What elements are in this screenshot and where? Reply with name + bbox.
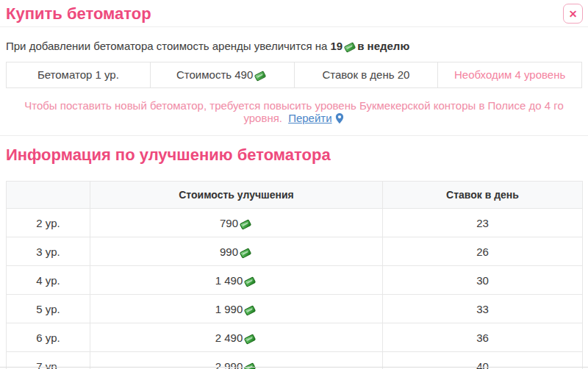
- cell-level: 2 ур.: [7, 209, 90, 237]
- goto-link[interactable]: Перейти: [288, 112, 331, 124]
- stat-required-level: Необходим 4 уровень: [437, 62, 582, 88]
- stat-betomator-level: Бетоматор 1 ур.: [6, 62, 151, 88]
- cell-bets: 30: [383, 266, 583, 295]
- stats-row: Бетоматор 1 ур. Стоимость 490 Ставок в д…: [6, 62, 582, 88]
- cell-level: 4 ур.: [7, 266, 90, 295]
- cell-bets: 36: [383, 323, 583, 352]
- rent-increase-text: При добавлении бетоматора стоимость арен…: [6, 40, 582, 52]
- cell-cost: 1 490: [90, 266, 383, 295]
- level-requirement-note: Чтобы поставить новый бетоматор, требует…: [6, 99, 582, 124]
- next-block-divider: [0, 367, 588, 368]
- money-ticket-icon: [254, 71, 267, 82]
- cell-cost: 1 990: [90, 295, 383, 323]
- section-divider: [0, 135, 588, 136]
- money-ticket-icon: [244, 276, 257, 287]
- table-row: 6 ур. 2 490 36: [7, 323, 583, 352]
- table-row: 5 ур. 1 990 33: [7, 295, 583, 323]
- cell-cost: 790: [90, 209, 383, 237]
- cell-cost: 2 490: [90, 323, 383, 352]
- cell-bets: 33: [383, 295, 583, 323]
- header-bets: Ставок в день: [383, 182, 583, 209]
- money-ticket-icon: [244, 334, 257, 345]
- rent-increase-period: в неделю: [357, 40, 409, 52]
- table-row: 4 ур. 1 490 30: [7, 266, 583, 295]
- stat-cost: Стоимость 490: [150, 62, 295, 88]
- money-ticket-icon: [240, 248, 252, 259]
- header-level: [7, 182, 90, 209]
- map-pin-icon: [334, 112, 345, 124]
- table-header-row: Стоимость улучшения Ставок в день: [7, 182, 583, 209]
- money-ticket-icon: [244, 305, 257, 316]
- close-button[interactable]: ✕: [563, 4, 583, 24]
- table-row: 2 ур. 790 23: [7, 209, 583, 237]
- cell-level: 6 ур.: [7, 323, 90, 352]
- upgrade-section-title: Информация по улучшению бетоматора: [0, 146, 588, 165]
- page-title: Купить бетоматор: [0, 0, 588, 23]
- cell-level: 5 ур.: [7, 295, 90, 323]
- buy-betomator-dialog: Купить бетоматор ✕ При добавлении бетома…: [0, 0, 588, 369]
- money-ticket-icon: [244, 362, 257, 369]
- header-cost: Стоимость улучшения: [90, 182, 383, 209]
- upgrade-table: Стоимость улучшения Ставок в день 2 ур. …: [6, 181, 583, 369]
- cell-level: 3 ур.: [7, 237, 90, 266]
- stat-bets-per-day: Ставок в день 20: [294, 62, 439, 88]
- close-icon: ✕: [569, 8, 578, 20]
- cell-bets: 23: [383, 209, 583, 237]
- rent-increase-amount: 19: [331, 40, 343, 52]
- dialog-header: Купить бетоматор ✕: [0, 0, 588, 27]
- money-ticket-icon: [344, 42, 356, 53]
- cell-cost: 990: [90, 237, 383, 266]
- money-ticket-icon: [240, 219, 252, 230]
- rent-increase-label: При добавлении бетоматора стоимость арен…: [6, 40, 327, 52]
- table-row: 3 ур. 990 26: [7, 237, 583, 266]
- cell-bets: 26: [383, 237, 583, 266]
